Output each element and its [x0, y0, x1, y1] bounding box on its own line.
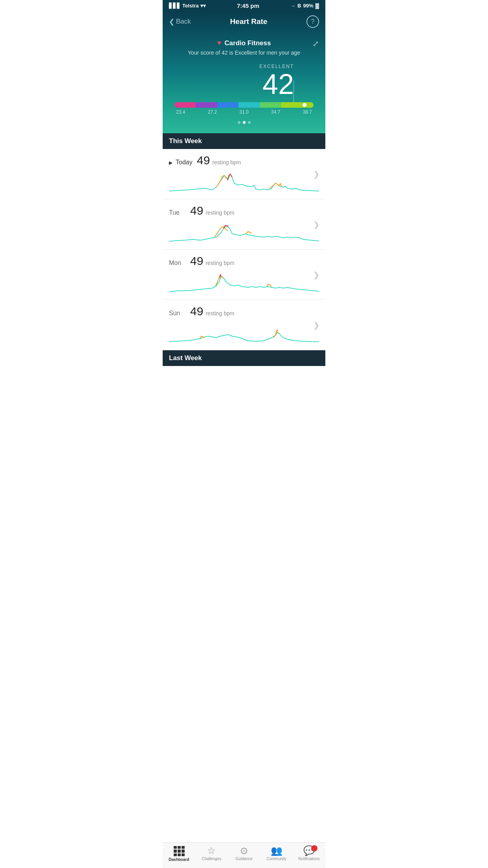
bpm-value-today: 49: [197, 154, 210, 167]
bpm-value-sun: 49: [190, 305, 203, 318]
heart-rate-chart-today: [169, 169, 319, 195]
table-row[interactable]: Mon 49 resting bpm ❯: [163, 250, 325, 300]
heart-icon: ♥: [217, 39, 222, 47]
cardio-subtitle: Your score of 42 is Excellent for men yo…: [171, 50, 317, 56]
nav-bar: ❮ Back Heart Rate ?: [163, 11, 325, 33]
status-battery: → B 99% ▓: [290, 3, 319, 9]
bpm-value-mon: 49: [190, 254, 203, 268]
day-label-today: Today: [176, 159, 194, 166]
cardio-fitness-title: ♥ Cardio Fitness: [171, 39, 317, 47]
bpm-unit-mon: resting bpm: [205, 260, 234, 266]
content-area: This Week ▶ Today 49 resting bpm ❯ Tue 4…: [163, 133, 325, 397]
bpm-unit-sun: resting bpm: [205, 310, 234, 316]
back-button[interactable]: ❮ Back: [169, 18, 191, 26]
bar-great: [238, 102, 260, 108]
heart-rate-chart-sun: [169, 320, 319, 346]
page-dot-3[interactable]: [248, 121, 251, 124]
day-label-sun: Sun: [169, 310, 188, 317]
back-chevron-icon: ❮: [169, 18, 174, 26]
score-value: 42: [171, 70, 294, 98]
location-icon: →: [290, 3, 295, 9]
status-time: 7:45 pm: [237, 2, 259, 9]
bar-labels: 23.4 27.2 31.0 34.7 38.7: [174, 108, 314, 115]
chevron-right-icon-today: ❯: [313, 169, 320, 179]
heart-rate-chart-mon: [169, 270, 319, 296]
last-week-header: Last Week: [163, 350, 325, 366]
day-label-mon: Mon: [169, 259, 188, 267]
page-indicator: [171, 118, 317, 125]
battery-icon: ▓: [316, 3, 319, 9]
bpm-unit-today: resting bpm: [212, 159, 241, 166]
score-indicator-dot: [303, 103, 306, 107]
help-button[interactable]: ?: [306, 15, 319, 28]
status-carrier: ▋▋▋ Telstra ▾▾: [169, 3, 206, 9]
this-week-header: This Week: [163, 133, 325, 149]
expand-button[interactable]: ⤢: [312, 39, 319, 48]
score-area: EXCELLENT 42: [171, 64, 317, 98]
bar-superior: [281, 102, 314, 108]
help-icon: ?: [311, 18, 315, 25]
wifi-icon: ▾▾: [200, 3, 206, 9]
chevron-right-icon-tue: ❯: [313, 220, 320, 229]
status-bar: ▋▋▋ Telstra ▾▾ 7:45 pm → B 99% ▓: [163, 0, 325, 11]
bpm-unit-tue: resting bpm: [205, 210, 234, 216]
today-arrow-icon: ▶: [169, 160, 172, 166]
hero-section: ⤢ ♥ Cardio Fitness Your score of 42 is E…: [163, 33, 325, 133]
bpm-value-tue: 49: [190, 204, 203, 217]
chevron-right-icon-sun: ❯: [313, 320, 320, 330]
table-row[interactable]: ▶ Today 49 resting bpm ❯: [163, 149, 325, 199]
table-row[interactable]: Tue 49 resting bpm ❯: [163, 199, 325, 250]
fitness-scale-bar: 23.4 27.2 31.0 34.7 38.7: [174, 102, 314, 115]
table-row[interactable]: Sun 49 resting bpm ❯: [163, 300, 325, 350]
heart-rate-chart-tue: [169, 220, 319, 245]
page-title: Heart Rate: [230, 17, 267, 26]
bar-good: [217, 102, 238, 108]
bar-poor: [174, 102, 196, 108]
page-dot-2[interactable]: [243, 121, 246, 124]
page-dot-1[interactable]: [238, 121, 240, 124]
signal-icon: ▋▋▋: [169, 3, 181, 9]
bar-fair: [196, 102, 217, 108]
bar-excellent: [260, 102, 281, 108]
bluetooth-icon: B: [297, 3, 301, 9]
day-label-tue: Tue: [169, 209, 188, 216]
chevron-right-icon-mon: ❯: [313, 270, 320, 280]
